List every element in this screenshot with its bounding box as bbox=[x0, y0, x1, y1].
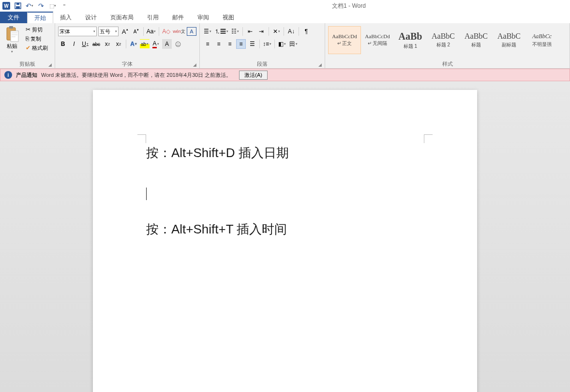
style-preview: AaBbCcDd bbox=[365, 33, 390, 39]
tab-insert[interactable]: 插入 bbox=[53, 12, 78, 23]
window-title: 文档1 - Word bbox=[70, 2, 570, 10]
undo-button[interactable]: ↶▾ bbox=[24, 0, 35, 11]
increase-indent-button[interactable]: ⇥ bbox=[256, 27, 266, 36]
style-preview: AaBbCc bbox=[532, 33, 552, 40]
scissors-icon: ✂ bbox=[26, 26, 30, 33]
group-paragraph: ☰ ⒈☰ ☷ ⇤ ⇥ ✕ A↓ ¶ ≡ ≡ ≡ ≡ bbox=[200, 23, 325, 68]
font-name-select[interactable]: 宋体▾ bbox=[58, 27, 97, 36]
style-label: ↵ 正文 bbox=[337, 40, 352, 47]
shading-button[interactable]: ◧ bbox=[277, 39, 287, 49]
text-effects-button[interactable]: A bbox=[129, 39, 138, 49]
justify-button[interactable]: ≡ bbox=[236, 39, 246, 49]
tab-layout[interactable]: 页面布局 bbox=[104, 12, 140, 23]
shrink-font-button[interactable]: A▾ bbox=[131, 27, 141, 36]
notification-message: Word 未被激活。要继续使用 Word，而不中断，请在 2018年4月30日 … bbox=[41, 72, 231, 79]
italic-button[interactable]: I bbox=[69, 39, 79, 49]
superscript-button[interactable]: x2 bbox=[114, 39, 123, 49]
align-left-button[interactable]: ≡ bbox=[203, 39, 212, 49]
tab-file[interactable]: 文件 bbox=[0, 12, 27, 23]
title-bar: W ↶▾ ↷ ⬚▾ ⁼ 文档1 - Word bbox=[0, 0, 570, 12]
bold-button[interactable]: B bbox=[58, 39, 68, 49]
tab-design[interactable]: 设计 bbox=[78, 12, 104, 23]
activation-notification: i 产品通知 Word 未被激活。要继续使用 Word，而不中断，请在 2018… bbox=[0, 69, 570, 81]
phonetic-guide-button[interactable]: wén文 bbox=[173, 27, 185, 36]
style-item-5[interactable]: AaBbC副标题 bbox=[493, 26, 525, 54]
format-painter-button[interactable]: ✔格式刷 bbox=[24, 44, 49, 52]
style-preview: AaBbCcDd bbox=[332, 33, 357, 39]
document-line-1[interactable]: 按：Alt+Shift+D 插入日期 bbox=[146, 143, 424, 163]
multilevel-list-button[interactable]: ☷ bbox=[230, 27, 240, 36]
decrease-indent-button[interactable]: ⇤ bbox=[245, 27, 255, 36]
activate-button[interactable]: 激活(A) bbox=[239, 71, 268, 80]
tab-mailings[interactable]: 邮件 bbox=[165, 12, 191, 23]
style-item-2[interactable]: AaBb标题 1 bbox=[394, 26, 427, 54]
tab-references[interactable]: 引用 bbox=[140, 12, 165, 23]
tab-home[interactable]: 开始 bbox=[27, 12, 53, 23]
touch-mode-button[interactable]: ⬚▾ bbox=[47, 0, 58, 11]
show-marks-button[interactable]: ¶ bbox=[301, 27, 311, 36]
clear-formatting-button[interactable]: A◇ bbox=[162, 27, 171, 36]
sort-button[interactable]: A↓ bbox=[286, 27, 296, 36]
paragraph-dialog-launcher[interactable]: ◢ bbox=[318, 62, 323, 67]
brush-icon: ✔ bbox=[26, 44, 30, 51]
style-label: 标题 2 bbox=[436, 42, 450, 48]
enclosed-characters-button[interactable]: ㊁ bbox=[173, 39, 183, 49]
subscript-button[interactable]: x2 bbox=[103, 39, 112, 49]
style-item-4[interactable]: AaBbC标题 bbox=[460, 26, 493, 54]
tab-review[interactable]: 审阅 bbox=[191, 12, 216, 23]
svg-rect-1 bbox=[16, 3, 19, 5]
svg-rect-4 bbox=[9, 26, 13, 29]
character-border-button[interactable]: A bbox=[187, 27, 196, 36]
borders-button[interactable]: 田 bbox=[288, 39, 298, 49]
group-styles: AaBbCcDd↵ 正文AaBbCcDd↵ 无间隔AaBb标题 1AaBbC标题… bbox=[325, 23, 570, 68]
copy-button[interactable]: ⎘复制 bbox=[24, 34, 49, 43]
bullets-button[interactable]: ☰ bbox=[203, 27, 212, 36]
cut-button[interactable]: ✂剪切 bbox=[24, 25, 49, 34]
highlight-button[interactable]: ab bbox=[140, 39, 150, 49]
change-case-button[interactable]: Aa bbox=[146, 27, 156, 36]
numbering-button[interactable]: ⒈☰ bbox=[214, 27, 229, 36]
style-item-6[interactable]: AaBbCc不明显强 bbox=[525, 26, 558, 54]
font-dialog-launcher[interactable]: ◢ bbox=[193, 62, 198, 67]
distribute-button[interactable]: ☰ bbox=[247, 39, 257, 49]
style-item-0[interactable]: AaBbCcDd↵ 正文 bbox=[328, 26, 361, 54]
character-shading-button[interactable]: A bbox=[162, 39, 172, 49]
style-label: 副标题 bbox=[502, 42, 516, 48]
tab-view[interactable]: 视图 bbox=[216, 12, 241, 23]
info-icon: i bbox=[4, 71, 12, 79]
align-center-button[interactable]: ≡ bbox=[214, 39, 224, 49]
margin-marker-tr-icon bbox=[424, 134, 433, 143]
margin-marker-tl-icon bbox=[137, 134, 146, 143]
style-label: 标题 bbox=[471, 42, 481, 48]
grow-font-button[interactable]: A▴ bbox=[120, 27, 130, 36]
qat-customize-button[interactable]: ⁼ bbox=[59, 0, 70, 11]
document-line-2[interactable]: 按：Alt+Shift+T 插入时间 bbox=[146, 219, 424, 240]
word-app-icon: W bbox=[1, 0, 12, 11]
text-direction-button[interactable]: ✕ bbox=[271, 27, 281, 36]
style-item-3[interactable]: AaBbC标题 2 bbox=[427, 26, 460, 54]
text-cursor bbox=[146, 188, 147, 200]
group-clipboard: 粘贴 ▾ ✂剪切 ⎘复制 ✔格式刷 剪贴板 ◢ bbox=[0, 23, 55, 68]
clipboard-dialog-launcher[interactable]: ◢ bbox=[48, 62, 53, 67]
align-right-button[interactable]: ≡ bbox=[225, 39, 235, 49]
redo-button[interactable]: ↷ bbox=[36, 0, 46, 11]
group-font: 宋体▾ 五号▾ A▴ A▾ Aa A◇ wén文 A B I U abc x2 bbox=[55, 23, 200, 68]
style-preview: AaBbC bbox=[432, 32, 455, 41]
style-preview: AaBb bbox=[399, 31, 422, 42]
style-label: ↵ 无间隔 bbox=[368, 40, 388, 47]
strikethrough-button[interactable]: abc bbox=[91, 39, 101, 49]
svg-rect-5 bbox=[11, 31, 18, 42]
paste-button[interactable]: 粘贴 ▾ bbox=[2, 25, 22, 59]
underline-button[interactable]: U bbox=[80, 39, 90, 49]
quick-access-toolbar: W ↶▾ ↷ ⬚▾ ⁼ bbox=[0, 0, 70, 11]
save-button[interactable] bbox=[13, 0, 23, 11]
style-preview: AaBbC bbox=[497, 32, 521, 41]
font-color-button[interactable]: A bbox=[151, 39, 161, 49]
document-page[interactable]: 按：Alt+Shift+D 插入日期 按：Alt+Shift+T 插入时间 bbox=[93, 90, 477, 392]
line-spacing-button[interactable]: ↕≡ bbox=[262, 39, 272, 49]
font-size-select[interactable]: 五号▾ bbox=[98, 27, 119, 36]
notification-title: 产品通知 bbox=[16, 72, 37, 79]
style-preview: AaBbC bbox=[465, 32, 488, 41]
style-item-1[interactable]: AaBbCcDd↵ 无间隔 bbox=[361, 26, 394, 54]
document-area[interactable]: 按：Alt+Shift+D 插入日期 按：Alt+Shift+T 插入时间 bbox=[0, 81, 570, 392]
